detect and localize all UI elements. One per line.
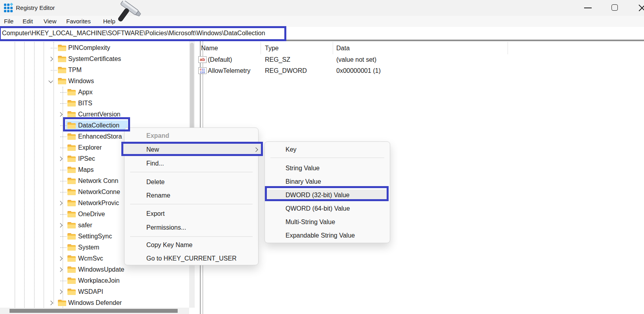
menu-item-qword-64-bit-value[interactable]: QWORD (64-bit) Value: [286, 202, 350, 215]
folder-icon-front: [67, 202, 76, 206]
value-row-allowtelemetry-name[interactable]: AllowTelemetry: [208, 65, 251, 76]
tree-item-label: SettingSync: [78, 231, 112, 242]
tree-item-label: BITS: [78, 98, 92, 109]
menu-item-string-value[interactable]: String Value: [286, 162, 320, 175]
value-row-allowtelemetry-data: 0x00000001 (1): [336, 65, 381, 76]
tree-item-label: WSDAPI: [78, 286, 103, 297]
folder-icon-front: [58, 302, 66, 306]
menu-item-find-[interactable]: Find...: [146, 157, 164, 170]
column-header-type[interactable]: Type: [265, 42, 279, 54]
folder-icon-front: [67, 213, 76, 217]
menu-item-delete[interactable]: Delete: [146, 175, 165, 189]
tree-connector-line: [60, 236, 67, 237]
menu-item-go-to-hkey-current-user[interactable]: Go to HKEY_CURRENT_USER: [146, 252, 237, 265]
tree-connector-line: [60, 148, 67, 148]
folder-icon-front: [67, 291, 76, 295]
menu-item-copy-key-name[interactable]: Copy Key Name: [146, 238, 193, 252]
menu-item-multi-string-value[interactable]: Multi-String Value: [286, 215, 335, 229]
tree-horizontal-scrollbar[interactable]: [0, 308, 189, 314]
menu-bar: FileEditViewFavoritesHelp: [0, 16, 644, 27]
menu-item-expandable-string-value[interactable]: Expandable String Value: [286, 229, 355, 242]
maximize-button[interactable]: [607, 0, 623, 16]
chevron-right-icon[interactable]: [58, 267, 62, 272]
chevron-right-icon[interactable]: [48, 57, 53, 61]
dword-value-icon: 011110: [198, 67, 207, 74]
folder-icon-front: [58, 69, 66, 73]
tree-item-tpm[interactable]: TPM: [0, 65, 189, 76]
horizontal-scrollbar-thumb[interactable]: [10, 309, 178, 313]
folder-icon: [67, 211, 76, 218]
tree-item-appx[interactable]: Appx: [0, 87, 189, 98]
menubar-item-file[interactable]: File: [4, 16, 13, 27]
folder-icon: [67, 178, 76, 185]
tree-item-label: Windows: [68, 76, 94, 87]
value-row-default-name[interactable]: (Default): [208, 54, 232, 65]
chevron-right-icon[interactable]: [58, 201, 62, 205]
folder-icon-front: [67, 269, 76, 273]
string-value-icon: ab: [198, 56, 207, 63]
annotation-box-address: [0, 26, 286, 41]
chevron-right-icon[interactable]: [58, 112, 62, 116]
tree-connector-line: [60, 92, 67, 93]
tree-item-bits[interactable]: BITS: [0, 98, 189, 109]
chevron-right-icon[interactable]: [58, 223, 62, 227]
chevron-down-icon[interactable]: [48, 78, 53, 83]
tree-item-label: PINComplexity: [68, 42, 110, 53]
column-separator[interactable]: [261, 42, 261, 54]
tree-item-systemcertificates[interactable]: SystemCertificates: [0, 53, 189, 65]
annotation-box-new: [121, 142, 263, 156]
menu-item-rename[interactable]: Rename: [146, 189, 170, 202]
tree-connector-line: [60, 137, 67, 137]
close-button[interactable]: [634, 0, 644, 16]
app-icon-diamond: [10, 3, 13, 6]
value-row-default-data: (value not set): [336, 54, 376, 65]
menubar-item-help[interactable]: Help: [103, 16, 115, 27]
hammer-cursor-icon: [117, 1, 145, 28]
tree-item-label: Explorer: [78, 142, 102, 153]
folder-icon-front: [67, 103, 76, 107]
folder-icon-front: [58, 58, 66, 62]
tree-item-label: NetworkProvic: [78, 198, 119, 209]
folder-icon: [67, 200, 76, 207]
tree-item-windowsupdate[interactable]: WindowsUpdate: [0, 264, 189, 275]
chevron-right-icon[interactable]: [58, 156, 62, 161]
menubar-item-favorites[interactable]: Favorites: [66, 16, 91, 27]
tree-connector-line: [60, 170, 67, 170]
folder-icon: [58, 78, 66, 85]
tree-item-label: OneDrive: [78, 209, 105, 220]
column-header-name[interactable]: Name: [201, 42, 218, 54]
folder-icon-front: [67, 180, 76, 184]
folder-icon-front: [67, 158, 76, 162]
menubar-item-edit[interactable]: Edit: [23, 16, 33, 27]
minimize-button[interactable]: [580, 0, 596, 16]
menu-item-expand: Expand: [146, 129, 169, 143]
tree-item-windows[interactable]: Windows: [0, 76, 189, 87]
folder-icon-front: [58, 47, 66, 51]
chevron-right-icon[interactable]: [58, 256, 62, 261]
menu-item-export[interactable]: Export: [146, 207, 165, 221]
tree-item-label: NetworkConne: [78, 186, 120, 198]
column-header-data[interactable]: Data: [336, 42, 350, 54]
tree-item-label: Network Conn: [78, 175, 118, 186]
folder-icon-front: [58, 80, 66, 84]
chevron-right-icon[interactable]: [48, 301, 53, 305]
annotation-box-datacollection: [63, 117, 130, 131]
menu-item-permissions-[interactable]: Permissions...: [146, 221, 186, 234]
folder-icon: [67, 289, 76, 295]
menubar-item-view[interactable]: View: [44, 16, 56, 27]
column-separator[interactable]: [508, 42, 508, 54]
tree-item-workplacejoin[interactable]: WorkplaceJoin: [0, 275, 189, 286]
menu-item-key[interactable]: Key: [286, 143, 297, 156]
column-separator[interactable]: [333, 42, 333, 54]
tree-item-pincomplexity[interactable]: PINComplexity: [0, 42, 189, 53]
chevron-right-icon[interactable]: [58, 289, 62, 294]
folder-icon: [67, 266, 76, 273]
tree-item-windows-defender[interactable]: Windows Defender: [0, 297, 189, 308]
folder-icon: [67, 133, 76, 140]
folder-icon: [67, 278, 76, 284]
maximize-icon: [611, 4, 618, 11]
tree-connector-line: [51, 70, 57, 70]
tree-item-wsdapi[interactable]: WSDAPI: [0, 286, 189, 297]
tree-connector-line: [60, 214, 67, 215]
tree-item-label: WindowsUpdate: [78, 264, 125, 275]
